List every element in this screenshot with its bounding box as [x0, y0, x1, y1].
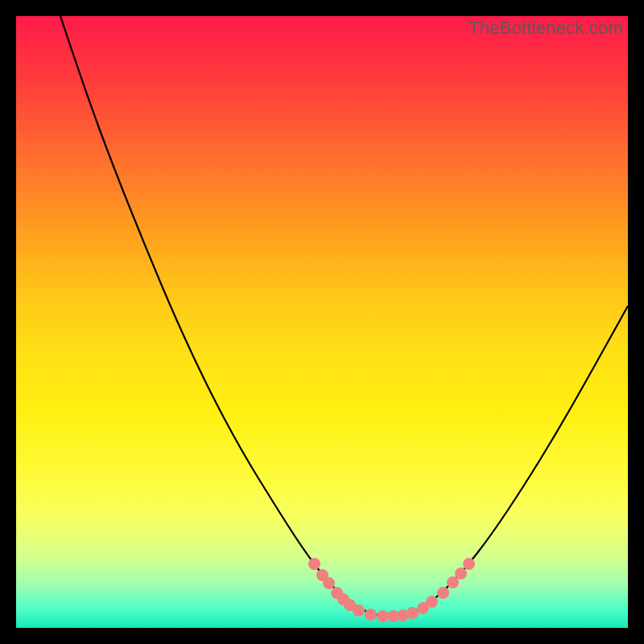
curve-svg — [16, 16, 628, 628]
data-marker — [353, 605, 365, 617]
data-marker — [365, 609, 377, 621]
data-marker — [463, 558, 475, 570]
data-marker — [455, 568, 467, 580]
chart-frame: TheBottleneck.com — [0, 0, 644, 644]
data-marker — [426, 596, 438, 608]
data-marker — [323, 577, 335, 589]
data-marker — [437, 587, 449, 599]
plot-area: TheBottleneck.com — [16, 16, 628, 628]
data-marker — [308, 558, 320, 570]
bottleneck-curve — [60, 16, 628, 616]
